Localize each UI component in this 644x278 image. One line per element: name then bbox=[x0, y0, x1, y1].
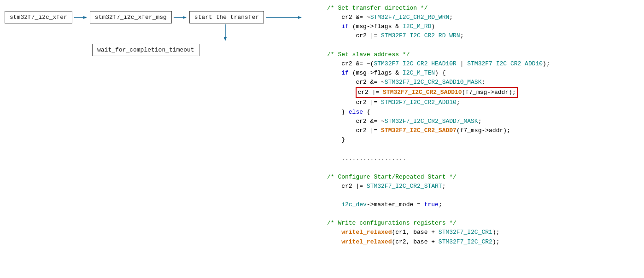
code-line-6: /* Set slave address */ bbox=[327, 50, 639, 59]
flowchart-row-1: stm32f7_i2c_xfer stm32f7_i2c_xfer_msg st… bbox=[5, 11, 322, 23]
code-line-25: writel_relaxed(cr1, base + STM32F7_I2C_C… bbox=[327, 228, 639, 237]
code-line-14: cr2 |= STM32F7_I2C_CR2_SADD7(f7_msg->add… bbox=[327, 126, 639, 135]
code-line-22: i2c_dev->master_mode = true; bbox=[327, 200, 639, 209]
flowchart-panel: stm32f7_i2c_xfer stm32f7_i2c_xfer_msg st… bbox=[0, 0, 322, 278]
svg-marker-3 bbox=[183, 16, 187, 19]
code-line-13: cr2 &= ~STM32F7_I2C_CR2_SADD7_MASK; bbox=[327, 117, 639, 126]
code-line-2: cr2 &= ~STM32F7_I2C_CR2_RD_WRN; bbox=[327, 13, 639, 22]
code-line-8: if (msg->flags & I2C_M_TEN) { bbox=[327, 69, 639, 78]
code-line-17: .................. bbox=[327, 154, 639, 163]
flowchart-box-1: stm32f7_i2c_xfer bbox=[5, 11, 72, 23]
code-line-21 bbox=[327, 191, 639, 200]
code-panel: /* Set transfer direction */ cr2 &= ~STM… bbox=[322, 0, 644, 278]
flowchart-box-2: stm32f7_i2c_xfer_msg bbox=[90, 11, 172, 23]
arrow-right-2 bbox=[174, 15, 187, 20]
code-line-12: } else { bbox=[327, 108, 639, 117]
code-line-18 bbox=[327, 163, 639, 172]
code-line-7: cr2 &= ~(STM32F7_I2C_CR2_HEAD10R | STM32… bbox=[327, 59, 639, 69]
code-line-19: /* Configure Start/Repeated Start */ bbox=[327, 173, 639, 182]
code-line-15: } bbox=[327, 135, 639, 145]
code-line-1: /* Set transfer direction */ bbox=[327, 4, 639, 13]
code-line-5 bbox=[327, 41, 639, 50]
code-line-20: cr2 |= STM32F7_I2C_CR2_START; bbox=[327, 182, 639, 191]
arrow-right-1 bbox=[74, 15, 88, 20]
code-line-26: writel_relaxed(cr2, base + STM32F7_I2C_C… bbox=[327, 237, 639, 247]
arrow-down-container bbox=[128, 24, 322, 42]
code-line-16 bbox=[327, 145, 639, 154]
code-line-23 bbox=[327, 209, 639, 219]
svg-marker-7 bbox=[224, 37, 227, 41]
code-line-4: cr2 |= STM32F7_I2C_CR2_RD_WRN; bbox=[327, 31, 639, 41]
code-line-9: cr2 &= ~STM32F7_I2C_CR2_SADD10_MASK; bbox=[327, 78, 639, 87]
arrow-right-3 bbox=[266, 15, 303, 20]
svg-marker-1 bbox=[83, 16, 87, 19]
flowchart-box-4: wait_for_completion_timeout bbox=[92, 44, 199, 56]
code-line-3: if (msg->flags & I2C_M_RD) bbox=[327, 22, 639, 31]
code-line-24: /* Write configurations registers */ bbox=[327, 219, 639, 228]
flowchart-row-2: wait_for_completion_timeout bbox=[92, 44, 322, 56]
flowchart-box-3: start the transfer bbox=[189, 11, 264, 23]
svg-marker-5 bbox=[298, 16, 302, 19]
code-line-10: cr2 |= STM32F7_I2C_CR2_SADD10(f7_msg->ad… bbox=[327, 87, 639, 98]
code-line-11: cr2 |= STM32F7_I2C_CR2_ADD10; bbox=[327, 98, 639, 107]
